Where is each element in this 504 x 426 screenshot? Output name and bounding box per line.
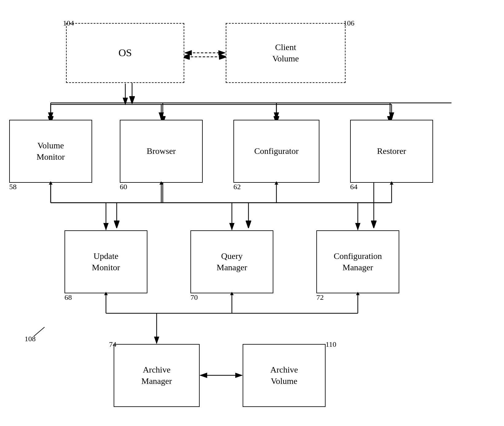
archive-volume-label: ArchiveVolume xyxy=(270,364,298,387)
label-70: 70 xyxy=(190,293,198,302)
label-64: 64 xyxy=(350,183,357,191)
query-manager-label: QueryManager xyxy=(217,251,247,273)
archive-manager-label: ArchiveManager xyxy=(141,364,172,387)
update-monitor-label: UpdateMonitor xyxy=(92,251,120,273)
archive-volume-box: ArchiveVolume xyxy=(243,344,326,407)
configurator-box: Configurator xyxy=(233,120,319,183)
query-manager-box: QueryManager xyxy=(190,230,273,293)
label-72: 72 xyxy=(316,293,324,302)
label-58: 58 xyxy=(9,183,17,191)
restorer-box: Restorer xyxy=(350,120,433,183)
client-volume-box: ClientVolume xyxy=(226,23,346,83)
label-60: 60 xyxy=(120,183,127,191)
label-68: 68 xyxy=(64,293,72,302)
label-104: 104 xyxy=(63,19,74,27)
update-monitor-box: UpdateMonitor xyxy=(64,230,147,293)
label-74: 74 xyxy=(109,340,116,349)
os-box: OS xyxy=(66,23,184,83)
volume-monitor-box: VolumeMonitor xyxy=(9,120,92,183)
configurator-label: Configurator xyxy=(254,146,299,157)
label-108: 108 xyxy=(25,335,36,343)
configuration-manager-label: ConfigurationManager xyxy=(334,251,382,273)
client-volume-label: ClientVolume xyxy=(272,42,299,64)
volume-monitor-label: VolumeMonitor xyxy=(37,140,65,162)
browser-box: Browser xyxy=(120,120,203,183)
browser-label: Browser xyxy=(147,146,176,157)
archive-manager-box: ArchiveManager xyxy=(114,344,200,407)
configuration-manager-box: ConfigurationManager xyxy=(316,230,399,293)
label-106: 106 xyxy=(343,19,354,27)
label-110: 110 xyxy=(326,340,336,349)
os-label: OS xyxy=(119,46,132,60)
label-62: 62 xyxy=(233,183,241,191)
restorer-label: Restorer xyxy=(377,146,406,157)
